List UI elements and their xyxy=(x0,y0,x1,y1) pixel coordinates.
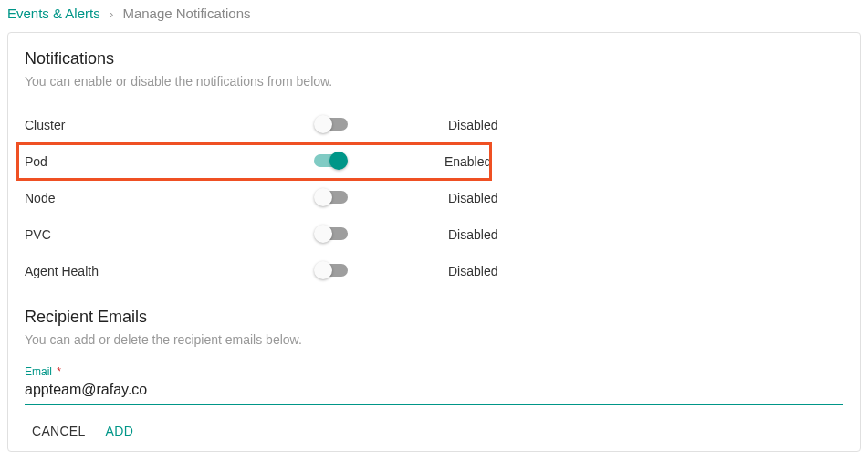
recipient-section: Recipient Emails You can add or delete t… xyxy=(25,308,843,442)
notification-row: PodEnabled xyxy=(17,143,491,180)
email-field-block: Email * xyxy=(25,365,843,405)
notifications-title: Notifications xyxy=(25,49,843,68)
notification-state: Disabled xyxy=(448,191,497,205)
toggle-cell xyxy=(317,264,448,279)
notification-row: PVCDisabled xyxy=(25,216,843,253)
toggle-thumb xyxy=(314,188,332,206)
notifications-subtitle: You can enable or disable the notificati… xyxy=(25,74,843,89)
add-button[interactable]: ADD xyxy=(106,420,133,442)
recipients-title: Recipient Emails xyxy=(25,308,843,327)
notification-label: PVC xyxy=(25,227,317,242)
notification-row: NodeDisabled xyxy=(25,180,843,216)
toggle-thumb xyxy=(329,152,348,170)
notification-state: Disabled xyxy=(448,264,497,278)
toggle-switch[interactable] xyxy=(317,264,348,277)
email-label-text: Email xyxy=(25,365,52,378)
toggle-cell xyxy=(317,118,448,133)
toggle-thumb xyxy=(314,261,332,279)
action-row: CANCEL ADD xyxy=(25,420,843,442)
notification-state: Disabled xyxy=(448,118,497,132)
notification-row: ClusterDisabled xyxy=(25,107,843,143)
notification-state: Enabled xyxy=(444,154,491,169)
notifications-card: Notifications You can enable or disable … xyxy=(7,32,861,452)
email-input[interactable] xyxy=(25,378,843,405)
toggle-switch[interactable] xyxy=(317,118,348,131)
breadcrumb: Events & Alerts › Manage Notifications xyxy=(7,5,861,21)
cancel-button[interactable]: CANCEL xyxy=(32,420,86,442)
toggle-switch[interactable] xyxy=(317,191,348,204)
notification-label: Agent Health xyxy=(25,264,317,278)
notification-state: Disabled xyxy=(448,227,497,242)
toggle-cell xyxy=(317,227,448,243)
email-required-mark: * xyxy=(57,365,61,378)
notification-label: Node xyxy=(25,191,317,205)
email-label: Email * xyxy=(25,365,843,378)
toggle-thumb xyxy=(314,225,332,243)
toggle-switch[interactable] xyxy=(317,227,348,240)
notification-label: Cluster xyxy=(25,118,317,132)
toggle-cell xyxy=(314,154,444,170)
toggle-thumb xyxy=(314,115,332,133)
breadcrumb-separator: › xyxy=(110,7,113,21)
notification-rows: ClusterDisabledPodEnabledNodeDisabledPVC… xyxy=(25,107,843,289)
notification-row: Agent HealthDisabled xyxy=(25,253,843,289)
notification-label: Pod xyxy=(25,154,314,169)
toggle-switch[interactable] xyxy=(314,154,345,167)
toggle-cell xyxy=(317,191,448,206)
breadcrumb-root[interactable]: Events & Alerts xyxy=(7,5,100,21)
recipients-subtitle: You can add or delete the recipient emai… xyxy=(25,332,843,347)
breadcrumb-current: Manage Notifications xyxy=(122,5,250,21)
